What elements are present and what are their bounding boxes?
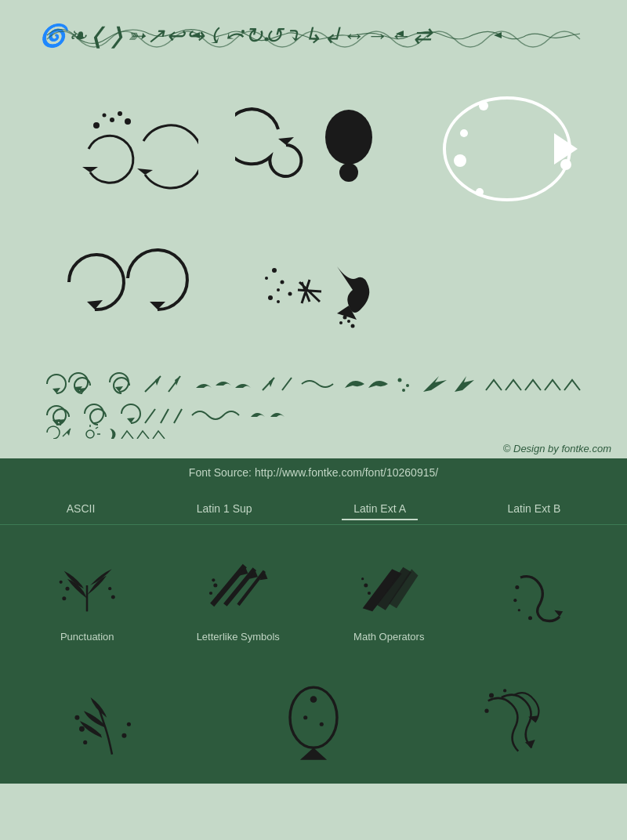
svg-line-61 — [96, 427, 98, 429]
svg-point-1 — [241, 30, 245, 33]
glyph-plant-svg — [65, 678, 159, 764]
svg-point-30 — [288, 292, 292, 296]
bottom-glyph-grid: Punctuation — [0, 533, 627, 650]
glyph-cell-5 — [225, 219, 403, 345]
tab-latinexta[interactable]: Latin Ext A — [342, 498, 418, 520]
glyph-cell-1 — [31, 78, 209, 204]
svg-point-15 — [339, 163, 358, 182]
glyph-plant — [16, 682, 209, 760]
svg-point-82 — [528, 616, 532, 620]
font-source-bar: Font Source: http://www.fontke.com/font/… — [0, 458, 627, 487]
svg-point-85 — [83, 740, 87, 744]
svg-point-8 — [125, 118, 131, 125]
label-math: Math Operators — [353, 631, 424, 643]
preview-strip-svg — [39, 368, 588, 439]
main-glyph-grid — [0, 55, 627, 368]
svg-point-72 — [209, 592, 212, 595]
svg-point-48 — [398, 378, 402, 382]
glyph-oval-svg — [266, 678, 361, 764]
svg-marker-13 — [278, 137, 294, 145]
glyph-letterlike — [167, 546, 310, 625]
svg-point-50 — [402, 389, 405, 392]
svg-point-19 — [454, 154, 466, 167]
top-border-strip: 🌀❧❬❭➳↗↩↪⤹⤺↻↺⤵↳↲↔→←⇄ — [0, 16, 627, 55]
bottom-cell-extra — [469, 541, 612, 643]
svg-marker-12 — [137, 168, 153, 175]
bottom-glyph-grid-2 — [0, 650, 627, 768]
svg-point-81 — [517, 609, 520, 611]
top-border-svg: 🌀❧❬❭➳↗↩↪⤹⤺↻↺⤵↳↲↔→←⇄ — [39, 20, 588, 51]
svg-point-36 — [350, 324, 354, 328]
svg-point-91 — [303, 715, 307, 719]
bottom-cell-math: Math Operators — [317, 541, 461, 643]
bottom-cell-punctuation: Punctuation — [16, 541, 159, 643]
label-punctuation: Punctuation — [60, 631, 114, 643]
svg-point-28 — [277, 288, 280, 291]
svg-point-7 — [110, 118, 114, 122]
svg-point-27 — [265, 277, 268, 280]
svg-line-54 — [145, 409, 155, 423]
bottom-cell-swirl — [418, 658, 611, 760]
svg-marker-44 — [175, 376, 180, 386]
bottom-section: ASCII Latin 1 Sup Latin Ext A Latin Ext … — [0, 487, 627, 784]
glyph-svg-6 — [421, 212, 593, 353]
svg-point-6 — [93, 122, 100, 129]
copyright-text: © Design by fontke.com — [0, 439, 627, 458]
svg-point-21 — [560, 159, 571, 170]
svg-point-31 — [277, 300, 280, 303]
glyph-svg-4 — [42, 231, 198, 333]
svg-point-75 — [364, 584, 368, 588]
svg-point-29 — [268, 295, 273, 300]
svg-marker-78 — [554, 610, 563, 617]
svg-point-14 — [325, 110, 372, 165]
svg-point-87 — [127, 722, 131, 726]
svg-point-95 — [484, 709, 488, 713]
glyph-cell-3 — [418, 78, 596, 204]
glyph-svg-2 — [235, 82, 392, 200]
glyph-swirl — [418, 682, 611, 760]
svg-point-71 — [213, 584, 217, 588]
label-letterlike: Letterlike Symbols — [197, 631, 280, 643]
tab-latinextb[interactable]: Latin Ext B — [496, 498, 573, 520]
glyph-math — [317, 546, 461, 625]
svg-point-86 — [122, 733, 127, 738]
svg-point-63 — [66, 587, 70, 591]
svg-point-16 — [444, 98, 570, 200]
svg-point-59 — [86, 430, 94, 438]
svg-point-67 — [111, 596, 115, 599]
svg-point-73 — [217, 594, 219, 596]
glyph-letterlike-svg — [199, 550, 277, 621]
svg-point-80 — [513, 599, 516, 602]
svg-point-2 — [265, 38, 269, 42]
svg-point-89 — [310, 696, 317, 703]
glyph-oval — [217, 682, 411, 760]
svg-point-84 — [75, 715, 80, 720]
glyph-punctuation-svg — [48, 550, 126, 621]
bottom-cell-letterlike: Letterlike Symbols — [167, 541, 310, 643]
svg-point-34 — [339, 321, 342, 324]
svg-point-79 — [515, 585, 519, 589]
char-tabs: ASCII Latin 1 Sup Latin Ext A Latin Ext … — [0, 487, 627, 525]
svg-marker-46 — [269, 378, 274, 387]
svg-point-76 — [368, 592, 371, 595]
svg-marker-90 — [300, 748, 327, 759]
glyph-math-svg — [350, 550, 428, 621]
svg-point-33 — [342, 316, 346, 320]
svg-line-55 — [161, 409, 169, 423]
svg-point-49 — [406, 384, 409, 387]
svg-point-96 — [489, 693, 494, 697]
svg-point-18 — [460, 129, 468, 137]
tab-ascii[interactable]: ASCII — [55, 498, 107, 520]
svg-point-74 — [212, 578, 215, 581]
svg-point-20 — [476, 188, 484, 196]
glyph-svg-5 — [235, 227, 392, 337]
svg-point-97 — [503, 689, 506, 692]
tab-latin1sup[interactable]: Latin 1 Sup — [185, 498, 264, 520]
glyph-cell-2 — [225, 78, 403, 204]
glyph-cell-6 — [418, 219, 596, 345]
svg-point-35 — [347, 320, 350, 323]
glyph-extra — [469, 558, 612, 636]
svg-point-17 — [479, 101, 488, 110]
svg-line-56 — [174, 409, 182, 423]
svg-point-10 — [118, 111, 122, 116]
